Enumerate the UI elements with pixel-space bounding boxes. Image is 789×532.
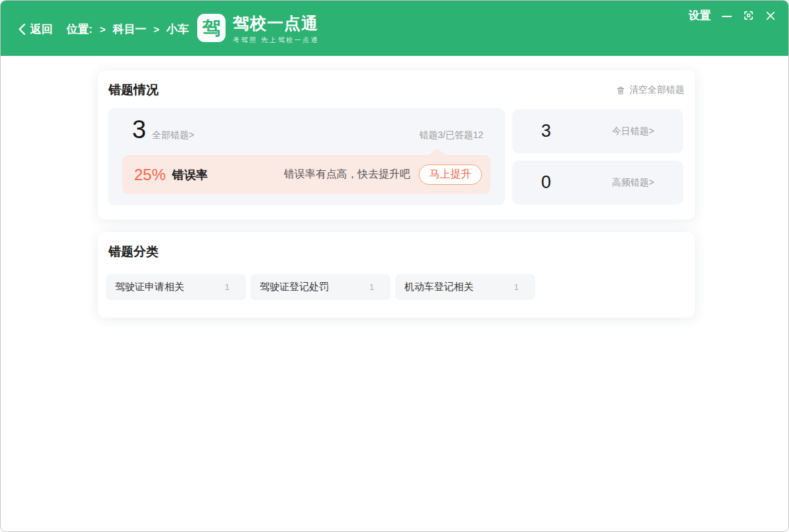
error-rate-message: 错误率有点高，快去提升吧 bbox=[284, 168, 410, 181]
category-label: 驾驶证申请相关 bbox=[115, 281, 184, 293]
back-label: 返回 bbox=[30, 22, 53, 37]
side-stats-column: 3 今日错题> 0 高频错题> bbox=[512, 109, 683, 212]
frequent-label: 高频错题> bbox=[612, 177, 654, 189]
category-chip[interactable]: 驾驶证申请相关 1 bbox=[106, 274, 246, 300]
breadcrumb-item-vehicle[interactable]: 小车 bbox=[166, 22, 189, 37]
breadcrumb-location-label: 位置: bbox=[66, 22, 93, 37]
trash-icon bbox=[616, 85, 625, 95]
frequent-wrong-card[interactable]: 0 高频错题> bbox=[512, 160, 683, 205]
all-wrong-questions-link[interactable]: 全部错题> bbox=[152, 130, 194, 141]
minimize-icon bbox=[722, 11, 732, 21]
settings-button[interactable]: 设置 bbox=[688, 8, 711, 23]
banner-pointer-triangle bbox=[427, 149, 447, 156]
today-wrong-card[interactable]: 3 今日错题> bbox=[512, 109, 683, 153]
minimize-button[interactable] bbox=[722, 11, 732, 21]
today-label: 今日错题> bbox=[612, 126, 654, 137]
error-rate-banner: 25% 错误率 错误率有点高，快去提升吧 马上提升 bbox=[122, 155, 490, 194]
category-count: 1 bbox=[225, 282, 229, 292]
improve-now-button[interactable]: 马上提升 bbox=[419, 164, 482, 185]
logo-text: 驾校一点通 考驾照 先上驾校一点通 bbox=[233, 14, 319, 45]
error-rate-label: 错误率 bbox=[172, 167, 208, 183]
wrong-questions-summary-card: 错题情况 清空全部错题 3 全部错题> 错题3/已答题12 25% 错误率 错误… bbox=[98, 70, 695, 220]
total-panel: 3 全部错题> 错题3/已答题12 25% 错误率 错误率有点高，快去提升吧 马… bbox=[108, 108, 505, 205]
categories-card-title: 错题分类 bbox=[108, 243, 158, 260]
category-chip[interactable]: 驾驶证登记处罚 1 bbox=[251, 274, 391, 300]
logo-character: 驾 bbox=[203, 16, 221, 41]
total-count: 3 bbox=[132, 114, 146, 146]
answered-stats: 错题3/已答题12 bbox=[419, 130, 483, 141]
frequent-count: 0 bbox=[541, 172, 551, 193]
category-label: 驾驶证登记处罚 bbox=[260, 281, 329, 293]
category-count: 1 bbox=[514, 282, 519, 292]
category-label: 机动车登记相关 bbox=[404, 281, 473, 293]
close-button[interactable] bbox=[765, 11, 776, 21]
category-count: 1 bbox=[370, 282, 374, 292]
clear-all-label: 清空全部错题 bbox=[629, 84, 684, 96]
today-count: 3 bbox=[541, 121, 551, 141]
category-chip-row: 驾驶证申请相关 1 驾驶证登记处罚 1 机动车登记相关 1 bbox=[106, 274, 535, 300]
app-title: 驾校一点通 bbox=[233, 14, 319, 33]
app-logo: 驾 驾校一点通 考驾照 先上驾校一点通 bbox=[197, 14, 319, 45]
category-chip[interactable]: 机动车登记相关 1 bbox=[395, 274, 535, 300]
close-icon bbox=[765, 11, 776, 21]
clear-all-button[interactable]: 清空全部错题 bbox=[616, 84, 684, 96]
logo-icon: 驾 bbox=[197, 14, 226, 42]
categories-card: 错题分类 驾驶证申请相关 1 驾驶证登记处罚 1 机动车登记相关 1 bbox=[98, 232, 695, 318]
breadcrumb-item-subject[interactable]: 科目一 bbox=[112, 22, 146, 37]
total-row: 3 全部错题> 错题3/已答题12 bbox=[132, 114, 483, 146]
breadcrumb-separator: > bbox=[100, 24, 106, 35]
breadcrumb: 位置: > 科目一 > 小车 bbox=[66, 22, 189, 37]
app-subtitle: 考驾照 先上驾校一点通 bbox=[233, 36, 319, 45]
maximize-button[interactable] bbox=[743, 10, 754, 21]
maximize-icon bbox=[743, 10, 754, 21]
breadcrumb-separator: > bbox=[153, 24, 159, 35]
window-controls: 设置 bbox=[688, 8, 776, 23]
app-window: 返回 位置: > 科目一 > 小车 驾 驾校一点通 考驾照 先上驾校一点通 设置 bbox=[0, 0, 789, 532]
back-button[interactable]: 返回 bbox=[18, 22, 53, 37]
back-chevron-icon bbox=[18, 24, 26, 35]
titlebar: 返回 位置: > 科目一 > 小车 驾 驾校一点通 考驾照 先上驾校一点通 设置 bbox=[1, 1, 788, 56]
error-rate-value: 25% bbox=[134, 166, 166, 184]
summary-card-title: 错题情况 bbox=[108, 82, 158, 99]
